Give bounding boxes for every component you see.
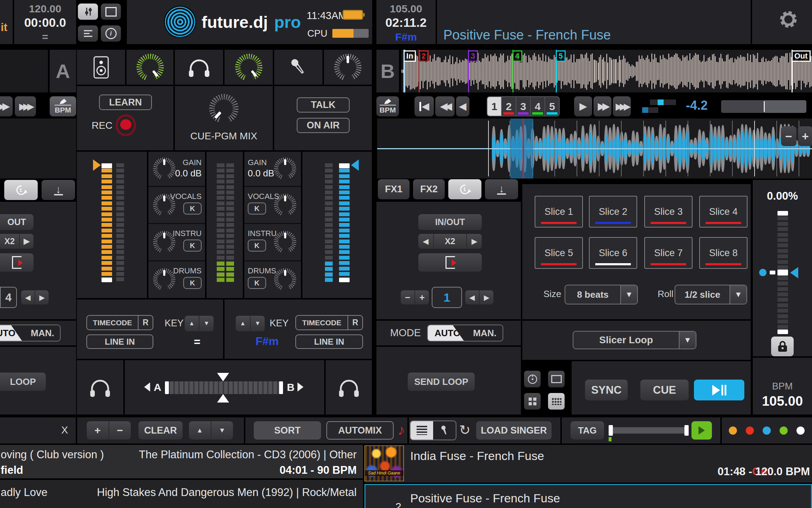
deck-a-mode-manual[interactable]: MAN. — [25, 325, 60, 341]
deck-a-line-in-button[interactable]: LINE IN — [86, 334, 153, 349]
deck-a-headphone-cue[interactable] — [77, 360, 123, 415]
deck-a-loop-out-button[interactable]: OUT — [0, 214, 33, 230]
learn-button[interactable]: LEARN — [99, 95, 152, 110]
deck-b-volume-fader[interactable] — [339, 163, 350, 282]
deck-b-load-button[interactable]: ↓ — [485, 179, 518, 199]
slice-3-button[interactable]: Slice 3 — [644, 196, 693, 228]
talk-button[interactable]: TALK — [297, 97, 350, 113]
deck-b-step-fwd-button[interactable]: ▶ — [574, 96, 592, 116]
deck-b-loop-x2-button[interactable]: X2 — [433, 234, 467, 249]
playlist-row-selected[interactable]: 2 Positive Fuse - French Fuse — [364, 484, 812, 508]
close-playlist-label[interactable]: X — [61, 424, 68, 436]
clear-button[interactable]: CLEAR — [139, 421, 183, 440]
deck-b-mode-auto[interactable]: AUTO — [428, 325, 467, 341]
tag-slider[interactable] — [611, 427, 688, 434]
deck-b-jump-start-button[interactable]: ◀ — [414, 96, 434, 116]
load-singer-button[interactable]: LOAD SINGER — [476, 421, 552, 440]
playlist-row[interactable]: oving ( Club version ) The Platinum Coll… — [0, 445, 363, 478]
key-lock-button[interactable] — [771, 337, 794, 356]
playlist-view-button[interactable] — [78, 25, 98, 42]
deck-a-mode-auto[interactable]: UTO — [0, 325, 25, 341]
slice-5-button[interactable]: Slice 5 — [535, 237, 583, 269]
playlist-row[interactable]: adly Love High Stakes And Dangerous Men … — [0, 480, 363, 508]
deck-b-loop-beats-box[interactable]: 1 — [432, 287, 462, 308]
deck-b-fast-fwd-button[interactable]: ▶▶▶ — [613, 96, 631, 116]
crossfader[interactable] — [165, 381, 283, 394]
rect-view-button[interactable] — [548, 371, 565, 387]
deck-b-drums-knob[interactable] — [274, 268, 296, 291]
slicer-loop-dropdown[interactable]: Slicer Loop▼ — [573, 331, 696, 349]
deck-b-headphone-cue[interactable] — [326, 360, 372, 415]
deck-a-bpm-edit-button[interactable]: BPM — [50, 96, 76, 116]
deck-a-loop-x2-button[interactable]: X2 — [0, 234, 19, 249]
on-air-button[interactable]: ON AIR — [297, 118, 350, 133]
cue-marker-out[interactable]: Out — [792, 50, 793, 92]
cue-marker-5[interactable]: 5 — [556, 50, 557, 92]
slicer-view-button[interactable] — [548, 393, 565, 410]
deck-a-gain-knob[interactable] — [153, 157, 176, 180]
karaoke-view-button[interactable] — [433, 421, 456, 440]
deck-a-fast-fwd-button[interactable]: ▶▶▶ — [15, 96, 36, 116]
deck-a-loop-beats-box[interactable]: 4 — [0, 287, 17, 308]
cue-marker-4[interactable]: 4 — [512, 50, 513, 92]
deck-a-loop-active-button[interactable]: 1 — [4, 180, 38, 200]
slice-8-button[interactable]: Slice 8 — [699, 237, 748, 269]
deck-b-mode-manual[interactable]: MAN. — [467, 325, 503, 341]
deck-b-key-up-button[interactable]: ▲ — [236, 316, 250, 331]
deck-a-drums-knob[interactable] — [153, 268, 176, 291]
hotcue-3[interactable]: 3 — [516, 97, 531, 116]
deck-a-timecode-button[interactable]: TIMECODE R — [86, 315, 153, 330]
deck-b-send-loop-button[interactable]: SEND LOOP — [408, 373, 475, 391]
cue-marker-2[interactable]: 2 — [419, 50, 420, 92]
play-pause-button[interactable] — [694, 380, 744, 400]
deck-b-bpm-edit-button[interactable]: BPM — [376, 96, 399, 116]
deck-b-loop-plus-button[interactable]: + — [414, 290, 429, 304]
deck-a-loop-next-button[interactable]: ▶ — [19, 234, 33, 249]
deck-b-loop-next-button[interactable]: ▶ — [467, 234, 482, 249]
deck-b-instru-knob[interactable] — [274, 231, 296, 253]
mixer-view-button[interactable] — [78, 4, 98, 20]
deck-b-gain-knob[interactable] — [274, 157, 296, 180]
deck-a-send-loop-button[interactable]: LOOP — [0, 373, 46, 391]
color-tag-green[interactable] — [780, 427, 788, 435]
hotcue-2[interactable]: 2 — [502, 97, 516, 116]
tag-button[interactable]: TAG — [571, 421, 604, 440]
zoom-out-button[interactable]: − — [781, 126, 796, 146]
master-volume-knob[interactable] — [136, 54, 164, 81]
cue-marker-3[interactable]: 3 — [468, 50, 469, 92]
deck-a-loop-double-button[interactable]: ▶ — [35, 290, 49, 304]
deck-b-loop-half-button[interactable]: ◀ — [465, 290, 479, 304]
deck-b-loop-exit-button[interactable] — [418, 253, 482, 272]
slice-4-button[interactable]: Slice 4 — [699, 196, 748, 228]
slice-roll-dropdown[interactable]: 1/2 slice▼ — [675, 285, 747, 304]
info-button[interactable]: i — [101, 25, 121, 42]
deck-a-key-down-button[interactable]: ▼ — [199, 316, 214, 331]
deck-b-drums-kill-button[interactable]: K — [248, 277, 266, 289]
color-tag-orange[interactable] — [729, 427, 737, 435]
deck-a-key-up-button[interactable]: ▲ — [185, 316, 199, 331]
pitch-mini-handle[interactable] — [764, 101, 765, 112]
deck-a-loop-exit-button[interactable] — [0, 253, 33, 272]
cue-pgm-mix-knob[interactable] — [209, 94, 239, 123]
playlist-row[interactable]: Sad Hindi Gaane India Fuse - French Fuse… — [364, 445, 812, 483]
deck-b-loop-prev-button[interactable]: ◀ — [418, 234, 433, 249]
deck-a-drums-kill-button[interactable]: K — [183, 277, 202, 289]
zoom-in-button[interactable]: + — [798, 126, 812, 146]
deck-a-volume-fader[interactable] — [102, 163, 112, 282]
deck-b-loop-double-button[interactable]: ▶ — [479, 290, 493, 304]
color-tag-blue[interactable] — [763, 427, 771, 435]
deck-b-vocals-kill-button[interactable]: K — [248, 202, 266, 214]
mic-volume-knob[interactable] — [334, 54, 362, 81]
deck-a-overview-wave[interactable] — [0, 50, 48, 92]
deck-b-step-back-button[interactable]: ◀ — [456, 96, 469, 116]
deck-b-skip-back-button[interactable]: ◀◀ — [435, 96, 455, 116]
record-button[interactable] — [116, 114, 136, 136]
deck-a-skip-fwd-button[interactable]: ▶▶ — [0, 96, 13, 116]
tag-slider-handle-right[interactable] — [684, 425, 689, 436]
sort-button[interactable]: SORT — [254, 421, 321, 440]
deck-b-loop-minus-button[interactable]: − — [401, 290, 414, 304]
hotcue-1[interactable]: 1 — [487, 97, 502, 116]
automix-button[interactable]: AUTOMIX — [326, 421, 394, 440]
preview-play-button[interactable] — [691, 421, 712, 440]
remove-track-button[interactable]: − — [109, 421, 131, 440]
